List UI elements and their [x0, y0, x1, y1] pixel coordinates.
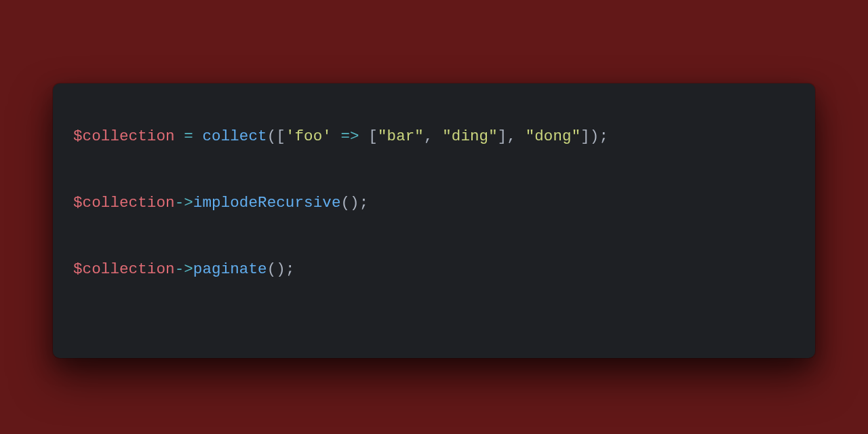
code-token [175, 127, 184, 145]
code-token: $collection [73, 194, 175, 212]
code-token: ]); [580, 127, 608, 145]
code-token: implodeRecursive [193, 194, 341, 212]
code-token: 'foo' [285, 127, 332, 145]
code-token: (); [267, 260, 295, 278]
code-token: "ding" [442, 127, 498, 145]
code-token: = [184, 127, 193, 145]
code-token: ], [498, 127, 526, 145]
code-token: paginate [193, 260, 267, 278]
code-block: $collection = collect(['foo' => ["bar", … [73, 120, 795, 286]
code-token: , [424, 127, 442, 145]
code-token: ([ [267, 127, 285, 145]
code-token: collect [202, 127, 267, 145]
code-token [193, 127, 203, 145]
code-token: (); [340, 194, 368, 212]
code-card: $collection = collect(['foo' => ["bar", … [53, 83, 815, 358]
code-token: [ [359, 127, 378, 145]
code-token: -> [175, 194, 193, 212]
code-token: $collection [73, 127, 175, 145]
code-token [332, 127, 341, 145]
code-token: => [341, 127, 359, 145]
code-token: "dong" [526, 127, 581, 145]
code-token: "bar" [378, 127, 424, 145]
code-token: -> [175, 260, 193, 278]
code-token: $collection [73, 260, 175, 278]
